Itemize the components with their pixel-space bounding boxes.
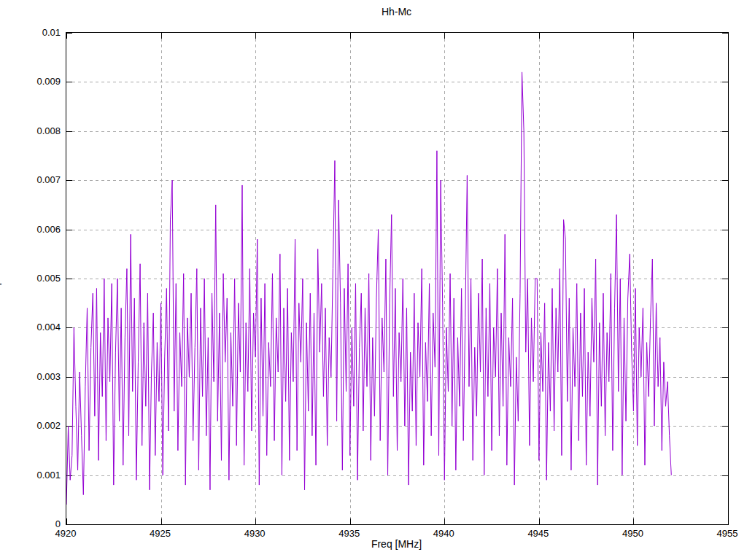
data-line — [66, 72, 671, 505]
y-tick-label: 0.002 — [0, 420, 61, 431]
y-tick-label: 0.005 — [0, 273, 61, 284]
chart-title: Hh-Mc — [66, 6, 727, 18]
x-tick-label: 4950 — [603, 528, 662, 539]
y-tick-label: 0.008 — [0, 125, 61, 136]
x-tick-label: 4930 — [225, 528, 284, 539]
plot-area — [66, 32, 729, 525]
spectrum-chart: Hh-Mc Amplitude 00.0010.0020.0030.0040.0… — [0, 0, 747, 560]
x-tick-label: 4935 — [320, 528, 379, 539]
y-tick-label: 0.001 — [0, 470, 61, 481]
x-tick-label: 4925 — [131, 528, 190, 539]
x-tick-label: 4945 — [509, 528, 568, 539]
y-tick-label: 0.007 — [0, 174, 61, 185]
plot-canvas — [66, 33, 728, 524]
x-tick-label: 4955 — [698, 528, 747, 539]
y-tick-label: 0.006 — [0, 224, 61, 235]
y-tick-label: 0.004 — [0, 322, 61, 332]
y-tick-label: 0.01 — [0, 27, 61, 38]
x-tick-label: 4940 — [414, 528, 473, 539]
x-tick-label: 4920 — [36, 528, 95, 539]
x-axis-label: Freq [MHz] — [66, 538, 727, 550]
y-tick-label: 0.009 — [0, 76, 61, 87]
y-tick-label: 0.003 — [0, 371, 61, 382]
